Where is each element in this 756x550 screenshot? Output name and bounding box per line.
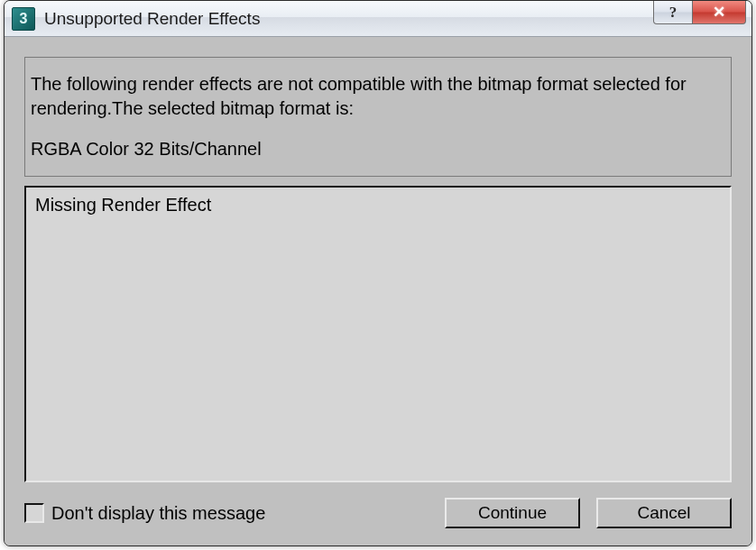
close-button[interactable]: ✕ — [692, 1, 746, 24]
cancel-button[interactable]: Cancel — [596, 498, 732, 528]
app-icon: 3 — [12, 7, 35, 31]
app-icon-glyph: 3 — [20, 11, 28, 27]
message-box: The following render effects are not com… — [24, 57, 732, 177]
close-icon: ✕ — [713, 3, 725, 22]
bitmap-format: RGBA Color 32 Bits/Channel — [31, 137, 725, 161]
help-icon: ? — [669, 4, 678, 22]
checkbox-label: Don't display this message — [51, 503, 265, 524]
effects-list[interactable]: Missing Render Effect — [24, 186, 732, 482]
checkbox-box-icon[interactable] — [24, 503, 44, 523]
cancel-button-label: Cancel — [637, 503, 690, 523]
dialog-window: 3 Unsupported Render Effects ? ✕ The fol… — [4, 0, 752, 546]
continue-button[interactable]: Continue — [445, 498, 580, 528]
window-controls: ? ✕ — [653, 1, 751, 36]
message-text: The following render effects are not com… — [31, 72, 725, 121]
list-item[interactable]: Missing Render Effect — [35, 195, 721, 215]
continue-button-label: Continue — [478, 503, 547, 523]
help-button[interactable]: ? — [653, 1, 693, 24]
dont-show-checkbox[interactable]: Don't display this message — [24, 503, 265, 524]
titlebar[interactable]: 3 Unsupported Render Effects ? ✕ — [5, 1, 751, 37]
dialog-body: The following render effects are not com… — [5, 37, 751, 545]
window-title: Unsupported Render Effects — [44, 9, 260, 29]
dialog-footer: Don't display this message Continue Canc… — [24, 495, 732, 531]
